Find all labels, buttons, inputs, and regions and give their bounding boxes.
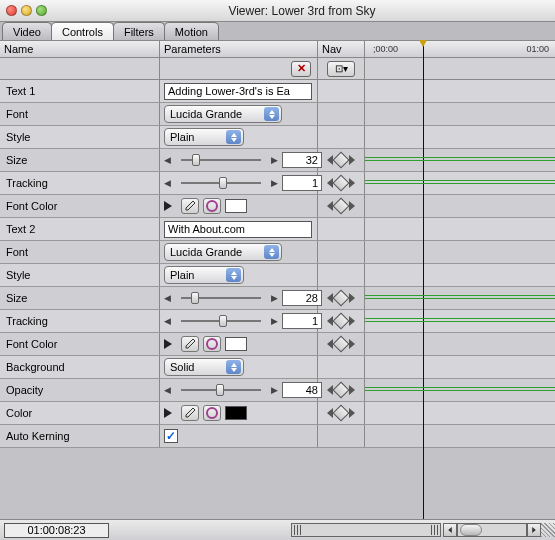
- timeline-lane[interactable]: [365, 310, 555, 332]
- timeline-lane[interactable]: [365, 264, 555, 286]
- tab-controls[interactable]: Controls: [51, 22, 114, 40]
- timeline-lane[interactable]: [365, 425, 555, 447]
- tab-motion[interactable]: Motion: [164, 22, 219, 40]
- param-control-cell: [160, 333, 318, 355]
- add-keyframe-button[interactable]: [333, 198, 350, 215]
- color-swatch[interactable]: [225, 406, 247, 420]
- add-keyframe-button[interactable]: [333, 336, 350, 353]
- add-keyframe-button[interactable]: [333, 175, 350, 192]
- step-left-button[interactable]: ◀: [164, 293, 171, 303]
- slider-thumb[interactable]: [219, 177, 227, 189]
- next-keyframe-button[interactable]: [349, 316, 355, 326]
- h-scroll-thumb[interactable]: [460, 524, 482, 536]
- timeline-lane[interactable]: [365, 172, 555, 194]
- disclosure-icon[interactable]: [164, 339, 172, 349]
- value-field[interactable]: [282, 152, 322, 168]
- minimize-window-button[interactable]: [21, 5, 32, 16]
- slider[interactable]: [175, 175, 267, 191]
- step-right-button[interactable]: ▶: [271, 316, 278, 326]
- scroll-right-button[interactable]: [527, 523, 541, 537]
- disclosure-icon[interactable]: [164, 408, 172, 418]
- slider-thumb[interactable]: [216, 384, 224, 396]
- param-control-cell: [160, 218, 318, 240]
- close-window-button[interactable]: [6, 5, 17, 16]
- timeline-ruler[interactable]: ;00:00 01:00: [365, 41, 555, 57]
- text-input[interactable]: [164, 221, 312, 238]
- param-control-cell: Lucida Grande: [160, 103, 318, 125]
- next-keyframe-button[interactable]: [349, 178, 355, 188]
- timeline-lane[interactable]: [365, 149, 555, 171]
- next-keyframe-button[interactable]: [349, 385, 355, 395]
- timeline-lane[interactable]: [365, 333, 555, 355]
- reset-button[interactable]: [291, 61, 311, 77]
- dropdown[interactable]: Lucida Grande: [164, 243, 282, 261]
- param-row: Text 2: [0, 218, 555, 241]
- slider-thumb[interactable]: [219, 315, 227, 327]
- slider-thumb[interactable]: [191, 292, 199, 304]
- timeline-lane[interactable]: [365, 80, 555, 102]
- next-keyframe-button[interactable]: [349, 201, 355, 211]
- add-keyframe-button[interactable]: [333, 290, 350, 307]
- step-right-button[interactable]: ▶: [271, 155, 278, 165]
- eyedropper-button[interactable]: [181, 336, 199, 352]
- step-right-button[interactable]: ▶: [271, 385, 278, 395]
- step-right-button[interactable]: ▶: [271, 178, 278, 188]
- zoom-window-button[interactable]: [36, 5, 47, 16]
- param-row: Text 1: [0, 80, 555, 103]
- value-field[interactable]: [282, 382, 322, 398]
- resize-grip[interactable]: [541, 523, 555, 537]
- tab-video[interactable]: Video: [2, 22, 52, 40]
- scroll-left-button[interactable]: [443, 523, 457, 537]
- disclosure-icon[interactable]: [164, 201, 172, 211]
- step-left-button[interactable]: ◀: [164, 155, 171, 165]
- step-left-button[interactable]: ◀: [164, 385, 171, 395]
- timeline-lane[interactable]: [365, 379, 555, 401]
- checkbox[interactable]: [164, 429, 178, 443]
- envelope-menu-button[interactable]: ⊡▾: [327, 61, 355, 77]
- value-field[interactable]: [282, 175, 322, 191]
- timeline-lane[interactable]: [365, 287, 555, 309]
- dropdown[interactable]: Lucida Grande: [164, 105, 282, 123]
- timeline-lane[interactable]: [365, 103, 555, 125]
- tab-filters[interactable]: Filters: [113, 22, 165, 40]
- param-row: FontLucida Grande: [0, 103, 555, 126]
- add-keyframe-button[interactable]: [333, 313, 350, 330]
- dropdown[interactable]: Solid: [164, 358, 244, 376]
- color-swatch[interactable]: [225, 199, 247, 213]
- step-left-button[interactable]: ◀: [164, 178, 171, 188]
- eyedropper-button[interactable]: [181, 198, 199, 214]
- timeline-lane[interactable]: [365, 126, 555, 148]
- next-keyframe-button[interactable]: [349, 408, 355, 418]
- timeline-lane[interactable]: [365, 356, 555, 378]
- next-keyframe-button[interactable]: [349, 339, 355, 349]
- dropdown[interactable]: Plain: [164, 266, 244, 284]
- dropdown[interactable]: Plain: [164, 128, 244, 146]
- add-keyframe-button[interactable]: [333, 152, 350, 169]
- add-keyframe-button[interactable]: [333, 382, 350, 399]
- next-keyframe-button[interactable]: [349, 293, 355, 303]
- value-field[interactable]: [282, 313, 322, 329]
- color-wheel-button[interactable]: [203, 198, 221, 214]
- timeline-lane[interactable]: [365, 195, 555, 217]
- color-swatch[interactable]: [225, 337, 247, 351]
- timeline-lane[interactable]: [365, 241, 555, 263]
- timeline-lane[interactable]: [365, 218, 555, 240]
- value-field[interactable]: [282, 290, 322, 306]
- text-input[interactable]: [164, 83, 312, 100]
- slider[interactable]: [175, 152, 267, 168]
- nav-cell: [318, 172, 365, 194]
- chevron-updown-icon: [226, 268, 241, 282]
- eyedropper-button[interactable]: [181, 405, 199, 421]
- color-wheel-button[interactable]: [203, 336, 221, 352]
- slider-thumb[interactable]: [192, 154, 200, 166]
- color-wheel-button[interactable]: [203, 405, 221, 421]
- step-right-button[interactable]: ▶: [271, 293, 278, 303]
- next-keyframe-button[interactable]: [349, 155, 355, 165]
- add-keyframe-button[interactable]: [333, 405, 350, 422]
- slider[interactable]: [175, 290, 267, 306]
- timecode-field[interactable]: 01:00:08:23: [4, 523, 109, 538]
- timeline-lane[interactable]: [365, 402, 555, 424]
- step-left-button[interactable]: ◀: [164, 316, 171, 326]
- slider[interactable]: [175, 382, 267, 398]
- slider[interactable]: [175, 313, 267, 329]
